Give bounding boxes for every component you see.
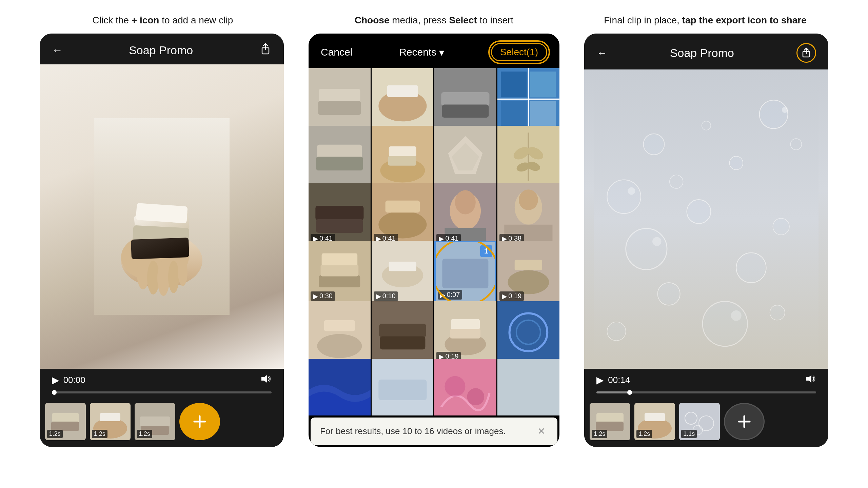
svg-point-114 — [628, 187, 635, 195]
media-cell-21[interactable] — [309, 359, 371, 415]
media-cell-16[interactable]: ▶ 0:19 — [497, 241, 559, 303]
back-button-1[interactable]: ← — [52, 44, 63, 57]
clip-duration-3-3: 1.1s — [681, 430, 697, 438]
clip-thumb-3-1[interactable]: 1.2s — [590, 403, 630, 440]
svg-point-132 — [608, 323, 625, 340]
progress-track-1[interactable] — [52, 391, 272, 393]
selected-badge-1: 1 — [480, 245, 492, 257]
media-cell-11[interactable]: ▶ 0:41 — [434, 183, 496, 245]
cell-13-duration: ▶ 0:30 — [311, 291, 335, 301]
media-cell-7[interactable] — [434, 126, 496, 188]
panel3-title: Soap Promo — [670, 46, 734, 60]
media-cell-8[interactable] — [497, 126, 559, 188]
svg-rect-36 — [530, 72, 556, 97]
media-cell-12[interactable]: ▶ 0:38 — [497, 183, 559, 245]
video-cam-icon-6: ▶ — [376, 292, 381, 300]
media-cell-6[interactable] — [372, 126, 434, 188]
media-cell-1[interactable] — [309, 68, 371, 130]
media-cell-13[interactable]: ▶ 0:30 — [309, 241, 371, 303]
progress-track-3[interactable] — [596, 391, 816, 393]
svg-rect-82 — [515, 260, 542, 270]
svg-point-121 — [652, 237, 661, 246]
media-cell-22[interactable] — [372, 359, 434, 415]
media-cell-10[interactable]: ▶ 0:41 — [372, 183, 434, 245]
video-cam-icon-5: ▶ — [313, 292, 318, 300]
svg-point-113 — [608, 181, 640, 213]
svg-rect-79 — [442, 259, 489, 288]
clip-thumb-2[interactable]: 1.2s — [90, 403, 131, 440]
svg-point-69 — [519, 189, 538, 210]
panel1-controls: ▶ 00:00 — [40, 369, 284, 390]
media-cell-14[interactable]: ▶ 0:10 — [372, 241, 434, 303]
svg-point-107 — [782, 107, 788, 113]
svg-rect-43 — [316, 157, 363, 171]
tooltip-close-button[interactable]: ✕ — [535, 424, 548, 438]
media-grid: ▶ 0:41 ▶ 0:41 ▶ 0:41 ▶ 0:38 — [309, 68, 559, 415]
media-cell-2[interactable] — [372, 68, 434, 130]
media-cell-3[interactable] — [434, 68, 496, 130]
volume-button-1[interactable] — [260, 374, 272, 386]
svg-rect-138 — [596, 413, 624, 423]
export-button-3[interactable] — [796, 43, 816, 63]
svg-point-10 — [157, 261, 170, 296]
progress-dot-3 — [627, 390, 632, 395]
play-button-3[interactable]: ▶ 00:14 — [596, 374, 630, 386]
clip-thumb-3-3[interactable]: 1.1s — [679, 403, 720, 440]
svg-rect-35 — [501, 72, 527, 97]
media-cell-5[interactable] — [309, 126, 371, 188]
panel-add-clip: ← Soap Promo — [40, 34, 284, 447]
svg-marker-13 — [261, 375, 267, 383]
svg-rect-38 — [530, 101, 556, 127]
instruction-3: Final clip in place, tap the export icon… — [587, 14, 824, 27]
instruction-1-bold: + icon — [132, 15, 159, 25]
clip-thumb-1[interactable]: 1.2s — [45, 403, 86, 440]
select-button[interactable]: Select(1) — [491, 43, 547, 61]
media-cell-24[interactable] — [497, 359, 559, 415]
clip-thumb-3-2[interactable]: 1.2s — [634, 403, 675, 440]
media-cell-19[interactable]: ▶ 0:19 — [434, 301, 496, 363]
select-button-wrapper: Select(1) — [491, 43, 547, 61]
add-clip-button-3[interactable] — [724, 403, 765, 440]
panel-export: ← Soap Promo — [584, 34, 828, 447]
panels-row: ← Soap Promo — [0, 34, 868, 488]
instruction-1: Click the + icon to add a new clip — [44, 14, 281, 27]
panel3-progress — [584, 390, 828, 399]
panel-media-picker: Cancel Recents ▾ Select(1) — [309, 34, 559, 447]
svg-rect-72 — [319, 276, 360, 288]
volume-button-3[interactable] — [805, 374, 816, 386]
recents-dropdown[interactable]: Recents ▾ — [399, 46, 444, 58]
svg-rect-47 — [388, 156, 416, 166]
add-clip-button[interactable] — [179, 403, 220, 440]
svg-rect-32 — [441, 92, 490, 106]
media-cell-18[interactable] — [372, 301, 434, 363]
clip-duration-2: 1.2s — [92, 430, 107, 438]
cancel-button[interactable]: Cancel — [321, 46, 352, 58]
export-button-1[interactable] — [259, 43, 272, 58]
clip-duration-3: 1.2s — [137, 430, 152, 438]
svg-rect-142 — [645, 413, 665, 421]
media-cell-23[interactable] — [434, 359, 496, 415]
panel1-video-area — [40, 64, 284, 369]
instruction-2: Choose media, press Select to insert — [315, 14, 553, 27]
svg-point-65 — [455, 190, 476, 214]
svg-rect-91 — [451, 319, 480, 329]
svg-rect-93 — [497, 301, 559, 363]
media-cell-20[interactable] — [497, 301, 559, 363]
picker-header: Cancel Recents ▾ Select(1) — [309, 34, 559, 68]
svg-point-101 — [467, 388, 485, 405]
svg-point-129 — [703, 302, 747, 346]
clip-thumb-3[interactable]: 1.2s — [135, 403, 175, 440]
svg-rect-30 — [387, 85, 418, 97]
media-cell-9[interactable]: ▶ 0:41 — [309, 183, 371, 245]
svg-point-106 — [760, 101, 787, 128]
bubbles-visual — [584, 69, 828, 369]
media-cell-4[interactable] — [497, 68, 559, 130]
svg-rect-98 — [378, 380, 427, 400]
progress-fill-3 — [596, 391, 629, 393]
back-button-3[interactable]: ← — [596, 47, 607, 59]
media-cell-17[interactable] — [309, 301, 371, 363]
media-cell-15[interactable]: 1 ▶ 0:07 — [434, 241, 496, 303]
panel3-controls: ▶ 00:14 — [584, 369, 828, 390]
play-button-1[interactable]: ▶ 00:00 — [52, 374, 85, 386]
instruction-2-bold1: Choose — [355, 15, 390, 25]
